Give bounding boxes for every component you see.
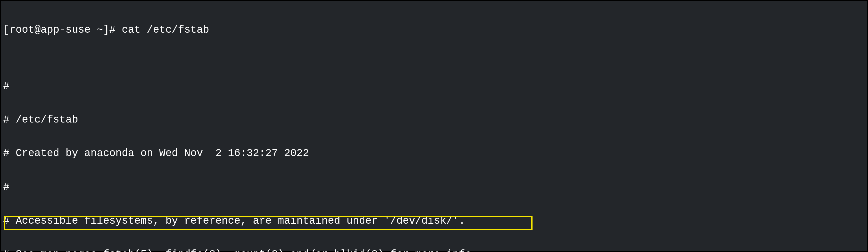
output-comment-fstab: # /etc/fstab [3,115,865,126]
output-comment-manpages: # See man pages fstab(5), findfs(8), mou… [3,249,865,252]
prompt-line-command: [root@app-suse ~]# cat /etc/fstab [3,25,865,36]
output-comment: # [3,182,865,193]
output-comment: # [3,81,865,92]
output-comment-accessible: # Accessible filesystems, by reference, … [3,216,865,227]
output-comment-created: # Created by anaconda on Wed Nov 2 16:32… [3,148,865,159]
terminal-window[interactable]: [root@app-suse ~]# cat /etc/fstab # # /e… [0,0,868,252]
